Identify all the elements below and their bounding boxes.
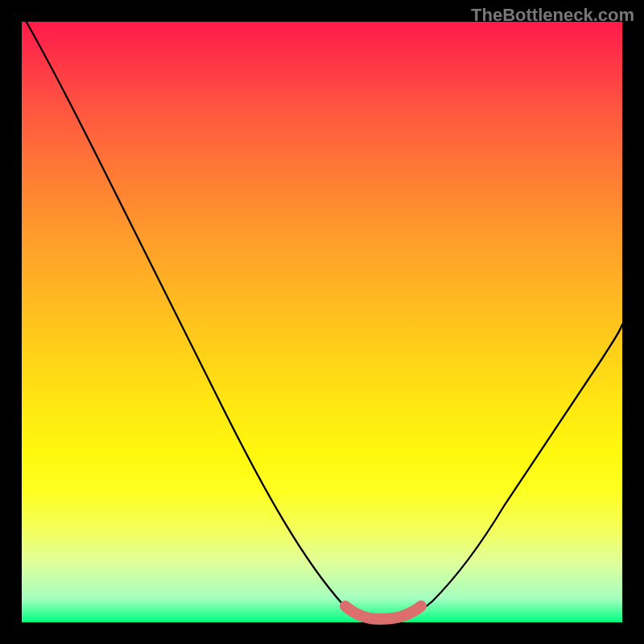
chart-plot-area xyxy=(22,22,622,622)
bottleneck-curve xyxy=(22,14,622,619)
watermark: TheBottleneck.com xyxy=(471,5,634,26)
chart-curve-svg xyxy=(22,22,622,622)
optimal-zone-marker xyxy=(345,606,421,619)
